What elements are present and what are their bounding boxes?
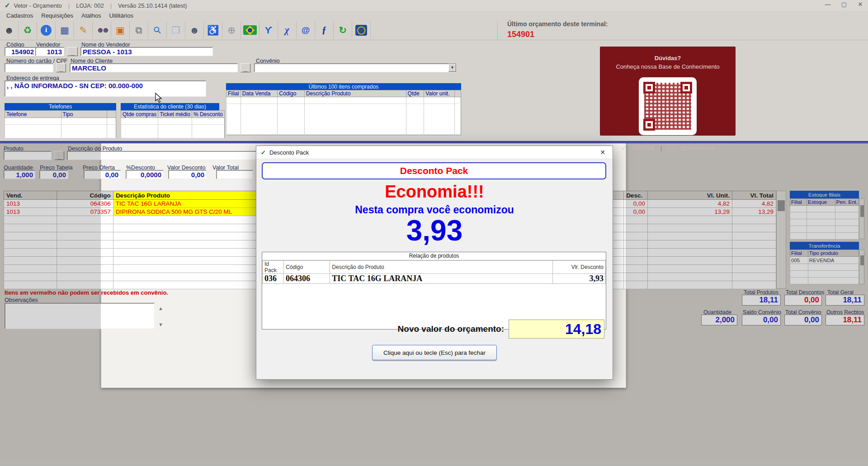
preco-tabela-field[interactable]: 0,00 xyxy=(39,170,68,179)
user-button[interactable]: ☻ xyxy=(185,22,204,39)
preco-oferta-field[interactable]: 0,00 xyxy=(84,170,121,179)
search-button[interactable]: ⚲ xyxy=(148,22,167,39)
open-book-icon: ❐ xyxy=(172,25,180,35)
brazil-flag-button[interactable] xyxy=(241,22,259,39)
window-title-version: Versão 25.10.1414 (latest) xyxy=(118,2,187,9)
nome-vendedor-field[interactable]: PESSOA - 1013 xyxy=(80,47,213,56)
toolbar-separator xyxy=(497,20,498,40)
dialog-title-bar: ✓ Desconto Pack ✕ xyxy=(256,146,613,159)
menu-cadastros[interactable]: Cadastros xyxy=(5,11,35,20)
add-client-button[interactable]: ☻ xyxy=(0,22,19,39)
search-icon: ⚲ xyxy=(151,24,163,36)
endereco-field[interactable]: , , NÃO INFORMADO - SN CEP: 00.000-000 xyxy=(5,80,206,97)
produto-field[interactable] xyxy=(4,151,52,160)
book-button[interactable]: ❐ xyxy=(167,22,185,39)
grid-vertical-scrollbar[interactable] xyxy=(776,191,786,289)
convenio-dropdown-icon[interactable]: ▼ xyxy=(448,64,456,72)
pct-desconto-field[interactable]: 0,0000 xyxy=(126,170,164,179)
vendedor-browse-button[interactable]: ... xyxy=(67,47,78,56)
ring-button[interactable]: ◯ xyxy=(352,22,371,39)
phones-table[interactable]: Telefone Tipo xyxy=(5,110,116,138)
edit-pencil-icon: ✎ xyxy=(79,25,87,35)
runner-button[interactable]: ϒ xyxy=(259,22,278,39)
info-button[interactable]: i xyxy=(37,22,56,39)
menu-atalhos[interactable]: Atalhos xyxy=(80,11,103,20)
cartao-browse-button[interactable]: ... xyxy=(56,63,66,72)
menu-utilitarios[interactable]: Utilitários xyxy=(107,11,135,20)
f-logo-button[interactable]: ƒ xyxy=(315,22,334,39)
copy-badge-button[interactable]: ⧉ xyxy=(130,22,148,39)
cliente-browse-button[interactable]: ... xyxy=(241,63,250,72)
vetor-brand: VETOR xyxy=(632,145,655,151)
dim-overlay-bottom xyxy=(0,388,868,466)
observacoes-scroll-down-icon[interactable]: ▼ xyxy=(158,322,163,327)
grid-col-vend: Vend. xyxy=(4,191,57,200)
stock-scrollbar[interactable] xyxy=(859,198,864,239)
last-items-col-descricao: Descrição Produto xyxy=(304,90,406,97)
stats-title: Estatística do cliente (30 dias) xyxy=(121,103,219,110)
transfer-row-1[interactable]: 005 REVENDA xyxy=(790,257,859,264)
window-title-store: LOJA: 002 xyxy=(76,2,104,9)
pack-col-descricao: Descrição do Produto xyxy=(330,261,553,274)
produto-browse-button[interactable]: ... xyxy=(54,151,64,160)
pack-col-codigo: Código xyxy=(284,261,330,274)
last-items-col-data: Data Venda xyxy=(241,90,278,97)
chi-symbol-icon: χ xyxy=(285,25,289,35)
total-produtos-value: 18,11 xyxy=(742,295,781,306)
last-items-col-filial: Filial xyxy=(226,90,241,97)
observacoes-scroll-up-icon[interactable]: ▲ xyxy=(158,306,163,311)
codigo-field[interactable]: 154902 xyxy=(5,47,36,56)
qr-code xyxy=(639,77,697,135)
ring-icon: ◯ xyxy=(355,25,367,36)
chi-button[interactable]: χ xyxy=(278,22,297,39)
quantidade-field[interactable]: 1,000 xyxy=(4,170,35,179)
convenio-select[interactable] xyxy=(254,63,457,72)
close-button[interactable]: ✕ xyxy=(855,1,865,8)
total-geral-value: 18,11 xyxy=(826,295,864,306)
phones-title: Telefones xyxy=(5,103,116,110)
dialog-close-icon[interactable]: ✕ xyxy=(597,148,608,156)
recycle-button[interactable]: ♻ xyxy=(19,22,37,39)
transfer-table[interactable]: Filial Tipo produto 005 REVENDA xyxy=(790,249,859,284)
cartao-field[interactable] xyxy=(5,63,53,72)
maximize-button[interactable]: ▢ xyxy=(839,1,849,8)
stats-col-qtde: Qtde compras xyxy=(121,111,158,118)
observacoes-textarea[interactable] xyxy=(5,303,155,329)
stats-table[interactable]: Qtde compras Ticket médio % Desconto xyxy=(121,110,225,138)
runner-icon: ϒ xyxy=(265,25,272,35)
wheelchair-button[interactable]: ♿ xyxy=(204,22,222,39)
transfer-scrollbar[interactable] xyxy=(859,249,864,284)
toolbar: ☻ ♻ i ▦ ✎ ☻☻ ▣ ⧉ ⚲ ❐ ☻ ♿ ⊕ ϒ χ @ ƒ ↻ ◯ xyxy=(0,20,868,40)
save-button[interactable]: ▦ xyxy=(56,22,74,39)
edit-button[interactable]: ✎ xyxy=(74,22,93,39)
valor-total-field[interactable] xyxy=(216,170,253,179)
globe-button[interactable]: ⊕ xyxy=(222,22,241,39)
observacoes-label: Observações xyxy=(5,297,38,303)
vetor-main-window: ✓ Vetor - Orçamento | LOJA: 002 | Versão… xyxy=(0,0,868,466)
dialog-title: Desconto Pack xyxy=(269,149,309,156)
clients-group-button[interactable]: ☻☻ xyxy=(93,22,111,39)
vendedor-field[interactable]: 1013 xyxy=(35,47,64,56)
brazil-flag-icon xyxy=(243,25,257,35)
window-title: Vetor - Orçamento xyxy=(14,2,62,9)
menu-requisicoes[interactable]: Requisições xyxy=(39,11,75,20)
stock-col-estoque: Estoque xyxy=(807,199,835,206)
last-items-table[interactable]: Filial Data Venda Código Descrição Produ… xyxy=(226,90,461,135)
framed-people-button[interactable]: ▣ xyxy=(111,22,130,39)
saldo-convenio-value: 0,00 xyxy=(742,315,781,325)
title-bar: ✓ Vetor - Orçamento | LOJA: 002 | Versão… xyxy=(0,0,868,11)
stock-table[interactable]: Filial Estoque Pen. Ent. xyxy=(790,198,859,240)
desconto-pack-dialog: ✓ Desconto Pack ✕ Desconto Pack Economia… xyxy=(256,146,613,380)
close-dialog-button[interactable]: Clique aqui ou tecle (Esc) para fechar xyxy=(372,345,497,360)
recycle-icon: ♻ xyxy=(24,25,32,35)
sync-button[interactable]: ↻ xyxy=(334,22,352,39)
minimize-button[interactable]: — xyxy=(823,1,833,8)
clients-group-icon: ☻☻ xyxy=(96,26,107,34)
add-client-icon: ☻ xyxy=(4,25,14,35)
savings-value: 3,93 xyxy=(256,214,613,247)
valor-desconto-field[interactable]: 0,00 xyxy=(168,170,207,179)
at-symbol-icon: @ xyxy=(302,26,310,34)
cliente-field[interactable]: MARCELO xyxy=(70,63,238,72)
at-button[interactable]: @ xyxy=(297,22,315,39)
phones-col-telefone: Telefone xyxy=(5,111,61,118)
